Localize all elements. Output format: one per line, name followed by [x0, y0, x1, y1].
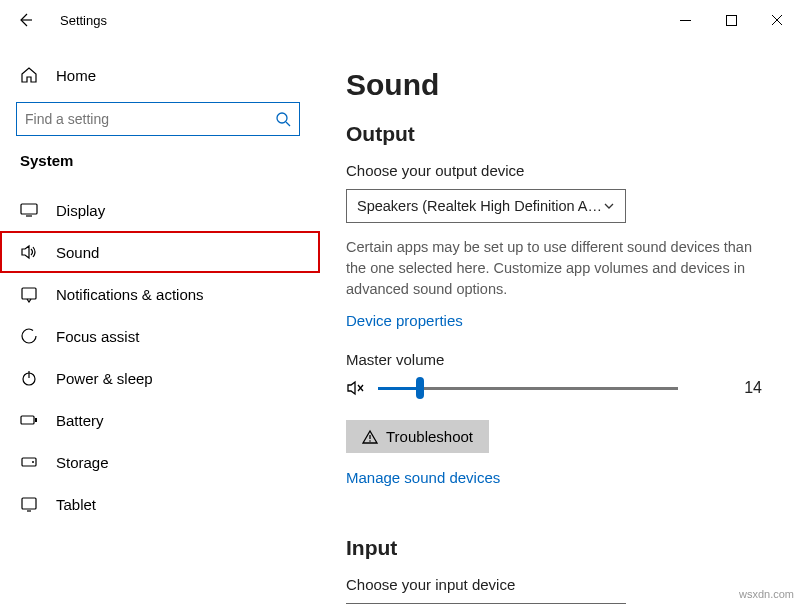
search-input[interactable] [25, 111, 275, 127]
sidebar-item-label: Storage [56, 454, 109, 471]
slider-fill [378, 387, 420, 390]
window-title: Settings [60, 13, 107, 28]
input-heading: Input [346, 536, 762, 560]
master-volume-value: 14 [722, 379, 762, 397]
sidebar-item-label: Sound [56, 244, 99, 261]
device-properties-link[interactable]: Device properties [346, 312, 463, 329]
sidebar-item-label: Tablet [56, 496, 96, 513]
maximize-button[interactable] [708, 4, 754, 36]
content-area: Sound Output Choose your output device S… [320, 40, 800, 604]
back-button[interactable] [14, 9, 36, 31]
sound-icon [20, 243, 38, 261]
sidebar-item-storage[interactable]: Storage [0, 441, 320, 483]
sidebar: Home System Display Sound Notifications … [0, 40, 320, 604]
sidebar-item-battery[interactable]: Battery [0, 399, 320, 441]
battery-icon [20, 411, 38, 429]
manage-sound-devices-link[interactable]: Manage sound devices [346, 469, 500, 486]
output-heading: Output [346, 122, 762, 146]
chevron-down-icon [603, 200, 615, 212]
storage-icon [20, 453, 38, 471]
category-heading: System [0, 152, 320, 179]
sidebar-item-focus-assist[interactable]: Focus assist [0, 315, 320, 357]
sidebar-item-display[interactable]: Display [0, 189, 320, 231]
input-device-label: Choose your input device [346, 576, 762, 593]
volume-mute-icon[interactable] [346, 378, 366, 398]
display-icon [20, 201, 38, 219]
notifications-icon [20, 285, 38, 303]
focus-assist-icon [20, 327, 38, 345]
sidebar-item-label: Notifications & actions [56, 286, 204, 303]
sidebar-item-label: Battery [56, 412, 104, 429]
page-title: Sound [346, 68, 762, 102]
search-box[interactable] [16, 102, 300, 136]
output-device-value: Speakers (Realtek High Definition A… [357, 198, 603, 214]
close-icon [771, 14, 783, 26]
window-controls [662, 4, 800, 36]
svg-point-8 [32, 461, 34, 463]
svg-rect-2 [21, 204, 37, 214]
home-label: Home [56, 67, 96, 84]
watermark: wsxdn.com [739, 588, 794, 600]
minimize-button[interactable] [662, 4, 708, 36]
svg-rect-3 [22, 288, 36, 299]
svg-point-10 [369, 440, 371, 442]
svg-rect-5 [21, 416, 34, 424]
output-help-text: Certain apps may be set up to use differ… [346, 237, 762, 300]
sidebar-item-sound[interactable]: Sound [0, 231, 320, 273]
power-icon [20, 369, 38, 387]
home-icon [20, 66, 38, 84]
sidebar-item-tablet[interactable]: Tablet [0, 483, 320, 525]
master-volume-slider[interactable] [378, 378, 678, 398]
slider-thumb[interactable] [416, 377, 424, 399]
troubleshoot-button[interactable]: Troubleshoot [346, 420, 489, 453]
master-volume-label: Master volume [346, 351, 762, 368]
sidebar-item-label: Power & sleep [56, 370, 153, 387]
svg-rect-6 [35, 418, 37, 422]
sidebar-item-power-sleep[interactable]: Power & sleep [0, 357, 320, 399]
home-link[interactable]: Home [0, 58, 320, 92]
sidebar-item-label: Focus assist [56, 328, 139, 345]
title-bar: Settings [0, 0, 800, 40]
sidebar-item-notifications[interactable]: Notifications & actions [0, 273, 320, 315]
close-button[interactable] [754, 4, 800, 36]
warning-icon [362, 429, 378, 445]
search-icon [275, 111, 291, 127]
nav-list: Display Sound Notifications & actions Fo… [0, 189, 320, 525]
maximize-icon [726, 15, 737, 26]
arrow-left-icon [17, 12, 33, 28]
tablet-icon [20, 495, 38, 513]
troubleshoot-label: Troubleshoot [386, 428, 473, 445]
svg-point-1 [277, 113, 287, 123]
output-device-label: Choose your output device [346, 162, 762, 179]
minimize-icon [680, 15, 691, 26]
svg-rect-9 [22, 498, 36, 509]
svg-rect-0 [726, 15, 736, 25]
sidebar-item-label: Display [56, 202, 105, 219]
output-device-select[interactable]: Speakers (Realtek High Definition A… [346, 189, 626, 223]
